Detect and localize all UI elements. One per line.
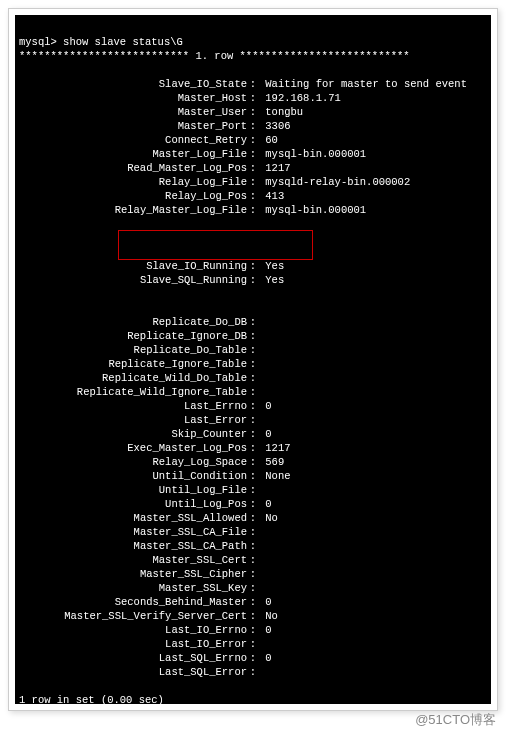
status-label: Exec_Master_Log_Pos bbox=[19, 441, 247, 455]
status-row: Relay_Log_Pos: 413 bbox=[19, 189, 487, 203]
colon: : bbox=[247, 553, 259, 567]
status-row: Last_Error: bbox=[19, 413, 487, 427]
status-row: Replicate_Wild_Do_Table: bbox=[19, 371, 487, 385]
status-label: Until_Condition bbox=[19, 469, 247, 483]
status-value: Yes bbox=[259, 259, 487, 273]
status-row: Master_SSL_Cert: bbox=[19, 553, 487, 567]
status-value bbox=[259, 567, 487, 581]
colon: : bbox=[247, 399, 259, 413]
status-value: No bbox=[259, 511, 487, 525]
status-value: mysql-bin.000001 bbox=[259, 147, 487, 161]
status-row: Slave_IO_State: Waiting for master to se… bbox=[19, 77, 487, 91]
status-value: 0 bbox=[259, 497, 487, 511]
status-label: Master_SSL_CA_Path bbox=[19, 539, 247, 553]
status-row: Last_SQL_Errno: 0 bbox=[19, 651, 487, 665]
status-label: Relay_Log_File bbox=[19, 175, 247, 189]
status-row: Master_SSL_CA_File: bbox=[19, 525, 487, 539]
status-value bbox=[259, 539, 487, 553]
status-value: No bbox=[259, 609, 487, 623]
command-1: show slave status\G bbox=[63, 36, 183, 48]
status-value bbox=[259, 329, 487, 343]
status-row: Slave_IO_Running: Yes bbox=[19, 259, 487, 273]
status-row: Slave_SQL_Running: Yes bbox=[19, 273, 487, 287]
status-row: Seconds_Behind_Master: 0 bbox=[19, 595, 487, 609]
colon: : bbox=[247, 385, 259, 399]
colon: : bbox=[247, 427, 259, 441]
colon: : bbox=[247, 539, 259, 553]
colon: : bbox=[247, 567, 259, 581]
status-row: Last_SQL_Error: bbox=[19, 665, 487, 679]
status-label: Master_SSL_Verify_Server_Cert bbox=[19, 609, 247, 623]
status-row: Replicate_Ignore_DB: bbox=[19, 329, 487, 343]
colon: : bbox=[247, 91, 259, 105]
status-label: Last_SQL_Errno bbox=[19, 651, 247, 665]
status-row: Until_Log_Pos: 0 bbox=[19, 497, 487, 511]
colon: : bbox=[247, 189, 259, 203]
status-value bbox=[259, 315, 487, 329]
status-row: Until_Log_File: bbox=[19, 483, 487, 497]
colon: : bbox=[247, 609, 259, 623]
status-label: Until_Log_Pos bbox=[19, 497, 247, 511]
status-value: Yes bbox=[259, 273, 487, 287]
colon: : bbox=[247, 105, 259, 119]
status-row: Master_Log_File: mysql-bin.000001 bbox=[19, 147, 487, 161]
status-label: Replicate_Wild_Ignore_Table bbox=[19, 385, 247, 399]
colon: : bbox=[247, 315, 259, 329]
status-row: Last_IO_Errno: 0 bbox=[19, 623, 487, 637]
status-row: Master_Host: 192.168.1.71 bbox=[19, 91, 487, 105]
colon: : bbox=[247, 357, 259, 371]
status-value bbox=[259, 343, 487, 357]
watermark: @51CTO博客 bbox=[415, 711, 496, 729]
colon: : bbox=[247, 119, 259, 133]
status-value: 0 bbox=[259, 595, 487, 609]
colon: : bbox=[247, 497, 259, 511]
status-value bbox=[259, 483, 487, 497]
status-label: Last_Errno bbox=[19, 399, 247, 413]
colon: : bbox=[247, 595, 259, 609]
status-row: Relay_Master_Log_File: mysql-bin.000001 bbox=[19, 203, 487, 217]
status-label: Last_IO_Error bbox=[19, 637, 247, 651]
prompt-line-1: mysql> show slave status\G bbox=[19, 36, 183, 48]
status-value: 3306 bbox=[259, 119, 487, 133]
status-row: Replicate_Do_Table: bbox=[19, 343, 487, 357]
status-label: Relay_Log_Pos bbox=[19, 189, 247, 203]
status-label: Seconds_Behind_Master bbox=[19, 595, 247, 609]
status-value: mysqld-relay-bin.000002 bbox=[259, 175, 487, 189]
status-value bbox=[259, 371, 487, 385]
colon: : bbox=[247, 511, 259, 525]
status-value bbox=[259, 637, 487, 651]
status-value bbox=[259, 413, 487, 427]
highlight-box-annotation bbox=[118, 230, 313, 260]
status-value: 1217 bbox=[259, 161, 487, 175]
colon: : bbox=[247, 203, 259, 217]
status-label: Slave_IO_Running bbox=[19, 259, 247, 273]
status-value bbox=[259, 553, 487, 567]
status-row: Read_Master_Log_Pos: 1217 bbox=[19, 161, 487, 175]
status-label: Connect_Retry bbox=[19, 133, 247, 147]
colon: : bbox=[247, 329, 259, 343]
status-row: Connect_Retry: 60 bbox=[19, 133, 487, 147]
status-label: Last_Error bbox=[19, 413, 247, 427]
status-row: Replicate_Wild_Ignore_Table: bbox=[19, 385, 487, 399]
status-value: 192.168.1.71 bbox=[259, 91, 487, 105]
status-row: Exec_Master_Log_Pos: 1217 bbox=[19, 441, 487, 455]
status-label: Replicate_Ignore_DB bbox=[19, 329, 247, 343]
colon: : bbox=[247, 455, 259, 469]
status-label: Replicate_Do_Table bbox=[19, 343, 247, 357]
status-label: Replicate_Do_DB bbox=[19, 315, 247, 329]
status-value: 413 bbox=[259, 189, 487, 203]
status-value: mysql-bin.000001 bbox=[259, 203, 487, 217]
status-row: Master_SSL_Key: bbox=[19, 581, 487, 595]
terminal-output: mysql> show slave status\G *************… bbox=[15, 15, 491, 704]
mysql-prompt: mysql> bbox=[19, 36, 63, 48]
status-value: tongbu bbox=[259, 105, 487, 119]
status-label: Master_Log_File bbox=[19, 147, 247, 161]
status-row: Skip_Counter: 0 bbox=[19, 427, 487, 441]
colon: : bbox=[247, 469, 259, 483]
status-row: Relay_Log_File: mysqld-relay-bin.000002 bbox=[19, 175, 487, 189]
colon: : bbox=[247, 651, 259, 665]
status-row: Last_IO_Error: bbox=[19, 637, 487, 651]
status-value: 0 bbox=[259, 623, 487, 637]
status-label: Read_Master_Log_Pos bbox=[19, 161, 247, 175]
status-label: Master_SSL_Allowed bbox=[19, 511, 247, 525]
